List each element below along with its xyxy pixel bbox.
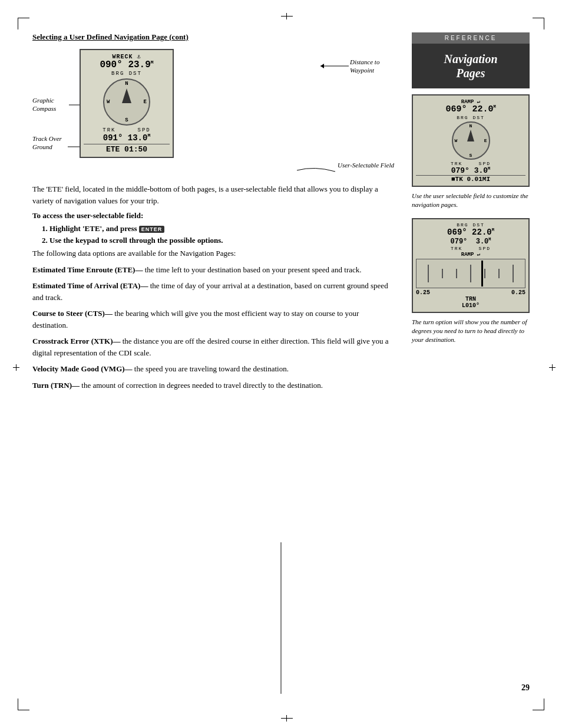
screen-trk-spd: TRK SPD (84, 127, 170, 133)
r1-compass-circle: N S E W (452, 121, 490, 160)
cdi-pointer (481, 261, 483, 286)
corner-mark-br (533, 699, 544, 710)
term-xtk: Crosstrack Error (XTK)— (32, 337, 120, 345)
compass-arrow (122, 88, 131, 103)
r2-coords: 069° 22.0M (416, 228, 525, 237)
right-caption-1: Use the user selectable field to customi… (412, 192, 530, 210)
nav-pages-text: NavigationPages (444, 52, 497, 80)
r2-trk-spd-vals: 079° 3.0M (416, 237, 525, 246)
compass-circle: N S E W (103, 78, 150, 126)
intro-text: The 'ETE' field, located in the middle-b… (32, 183, 394, 206)
term-vmg: Velocity Made Good (VMG)— (32, 364, 133, 373)
annotation-distance-to-waypoint: Distance to Waypoint (350, 58, 394, 75)
r1-coords: 069° 22.0M (416, 105, 525, 115)
compass-n: N (125, 81, 128, 87)
r1-trk-spd: TRK SPD (416, 161, 525, 166)
step1: 1. Highlight 'ETE', and press ENTER (42, 224, 394, 233)
r1-ete: ■TK 0.01MI (416, 175, 525, 183)
cdi-area (416, 259, 525, 288)
annotation-user-selectable: User-Selectable Field (335, 161, 394, 169)
term-ete: Estimated Time Enroute (ETE)— (32, 265, 143, 274)
right-device-1: RAMP ↵ 069° 22.0M BRG DST N S E W TRK SP… (412, 94, 530, 187)
term-eta: Estimated Time of Arrival (ETA)— (32, 281, 148, 290)
right-column: REFERENCE NavigationPages RAMP ↵ 069° 22… (412, 32, 530, 696)
dtw-arrow-line (320, 62, 350, 70)
definition-eta: Estimated Time of Arrival (ETA)— the tim… (32, 280, 394, 303)
section-heading: Selecting a User Defined Navigation Page… (32, 32, 394, 42)
reference-header: REFERENCE (412, 32, 530, 44)
svg-marker-5 (320, 64, 324, 68)
cdi-vals: 0.25 0.25 (416, 289, 525, 296)
definition-xtk: Crosstrack Error (XTK)— the distance you… (32, 335, 394, 358)
cdi-trn: TRN (416, 296, 525, 302)
diagram-area: Graphic Compass Track Over Ground WRECK … (32, 49, 394, 173)
definition-vmg: Velocity Made Good (VMG)— the speed you … (32, 363, 394, 375)
compass-e: E (144, 99, 147, 105)
r1-brg-dst: BRG DST (416, 115, 525, 120)
nav-pages-title: NavigationPages (412, 44, 530, 88)
column-divider (281, 542, 282, 694)
term-cts: Course to Steer (CTS)— (32, 309, 113, 318)
r2-ramp: RAMP ↵ (416, 251, 525, 258)
access-heading: To access the user-selectable field: (32, 211, 394, 220)
compass-s: S (125, 117, 128, 123)
r1-trk-vals: 079° 3.0M (416, 166, 525, 175)
device-screen-main: WRECK ⚓ 090° 23.9M BRG DST N S E W TRK S… (80, 49, 174, 158)
data-options-intro: The following data options are available… (32, 248, 394, 259)
user-field-arrow (291, 160, 338, 174)
r2-trk-spd: TRK SPD (416, 246, 525, 251)
definition-ete: Estimated Time Enroute (ETE)— the time l… (32, 264, 394, 276)
compass-w: W (107, 99, 110, 105)
screen-trk-vals: 091° 13.0M (84, 133, 170, 143)
corner-mark-tr (533, 18, 544, 29)
corner-mark-bl (18, 699, 29, 710)
r2-brg-dst: BRG DST (416, 222, 525, 228)
right-caption-2: The turn option will show you the number… (412, 318, 530, 345)
step2: 2. Use the keypad to scroll through the … (42, 236, 394, 245)
right-device-2: BRG DST 069° 22.0M 079° 3.0M TRK SPD RAM… (412, 218, 530, 313)
page-number: 29 (521, 683, 530, 693)
definition-trn: Turn (TRN)— the amount of correction in … (32, 380, 394, 391)
screen-ete: ETE 01:50 (84, 144, 170, 154)
term-trn: Turn (TRN)— (32, 381, 80, 390)
left-column: Selecting a User Defined Navigation Page… (32, 32, 400, 696)
annotation-graphic-compass: Graphic Compass (32, 96, 74, 113)
screen-coords: 090° 23.9M (84, 60, 170, 71)
screen-brg-dst: BRG DST (84, 71, 170, 77)
definition-cts: Course to Steer (CTS)— the bearing which… (32, 308, 394, 331)
enter-button-label: ENTER (139, 226, 165, 233)
cdi-trn-val: L010° (416, 302, 525, 309)
corner-mark-tl (18, 18, 29, 29)
